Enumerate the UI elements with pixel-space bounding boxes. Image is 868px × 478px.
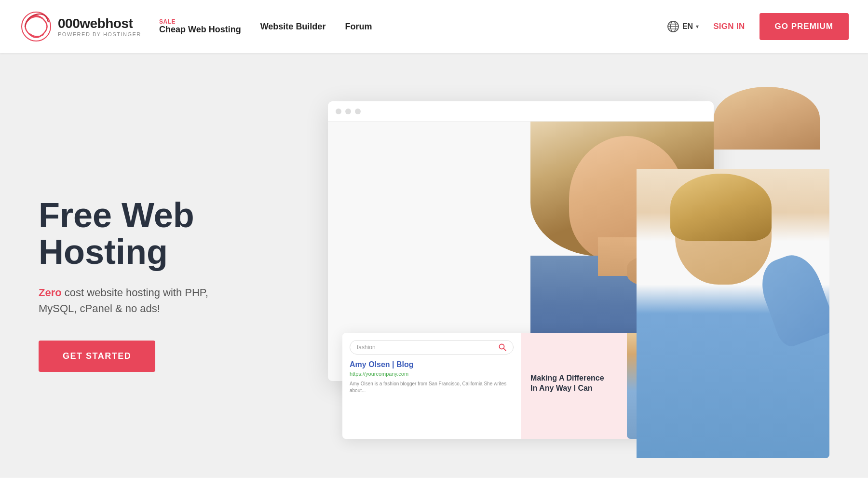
- search-icon: [499, 343, 506, 351]
- hero-left: Free Web Hosting Zero cost website hosti…: [39, 178, 299, 372]
- forum-link[interactable]: Forum: [345, 22, 372, 32]
- person-peek-image: [714, 87, 820, 150]
- blog-url: https://yourcompany.com: [350, 371, 514, 377]
- website-builder-link[interactable]: Website Builder: [260, 22, 326, 32]
- header: 000webhost POWERED BY HOSTINGER SALE Che…: [0, 0, 868, 53]
- hero-content: Free Web Hosting Zero cost website hosti…: [39, 53, 829, 458]
- go-premium-button[interactable]: GO PREMIUM: [760, 13, 849, 40]
- hero-section: Free Web Hosting Zero cost website hosti…: [0, 53, 868, 478]
- sale-label: SALE: [159, 19, 241, 25]
- logo-powered-by: POWERED BY HOSTINGER: [58, 31, 141, 37]
- person-right-hair: [670, 174, 772, 241]
- search-bar-mock: fashion: [350, 340, 514, 355]
- search-text: fashion: [357, 344, 495, 351]
- logo-icon: [19, 10, 53, 43]
- nav-right: EN ▾ SIGN IN GO PREMIUM: [667, 13, 849, 40]
- chevron-down-icon: ▾: [696, 23, 699, 30]
- blog-description: Amy Olsen is a fashion blogger from San …: [350, 381, 514, 394]
- globe-icon: [667, 20, 679, 33]
- svg-line-7: [504, 349, 506, 351]
- logo-area: 000webhost POWERED BY HOSTINGER: [19, 10, 145, 43]
- browser-dot-3: [355, 109, 361, 114]
- hero-subtitle-rest: cost website hosting with PHP, MySQL, cP…: [39, 287, 208, 314]
- browser-dot-1: [336, 109, 341, 114]
- hero-title: Free Web Hosting: [39, 197, 299, 270]
- browser-topbar: [328, 101, 714, 122]
- get-started-button[interactable]: GET STARTED: [39, 341, 155, 372]
- sign-in-button[interactable]: SIGN IN: [708, 18, 749, 35]
- person-peek-shape: [714, 87, 820, 150]
- small-browser-left-panel: fashion Amy Olsen | Blog https://yourcom…: [342, 333, 521, 439]
- language-selector[interactable]: EN ▾: [667, 20, 699, 33]
- hero-zero-word: Zero: [39, 287, 62, 299]
- browser-dot-2: [345, 109, 351, 114]
- blog-title: Amy Olsen | Blog: [350, 360, 514, 369]
- main-nav: SALE Cheap Web Hosting Website Builder F…: [159, 19, 372, 35]
- nav-item-hosting[interactable]: SALE Cheap Web Hosting: [159, 19, 241, 35]
- person-right-standalone: [637, 169, 829, 458]
- hero-subtitle: Zero cost website hosting with PHP, MySQ…: [39, 285, 241, 316]
- cheap-hosting-link[interactable]: Cheap Web Hosting: [159, 25, 241, 35]
- logo-name: 000webhost: [58, 16, 141, 31]
- logo-text-area: 000webhost POWERED BY HOSTINGER: [58, 16, 141, 37]
- right-panel-title: Making A Difference In Any Way I Can: [530, 373, 608, 394]
- hero-right: AMY O fashion Amy Olsen | Blog https://y…: [328, 92, 829, 458]
- language-label: EN: [682, 22, 693, 31]
